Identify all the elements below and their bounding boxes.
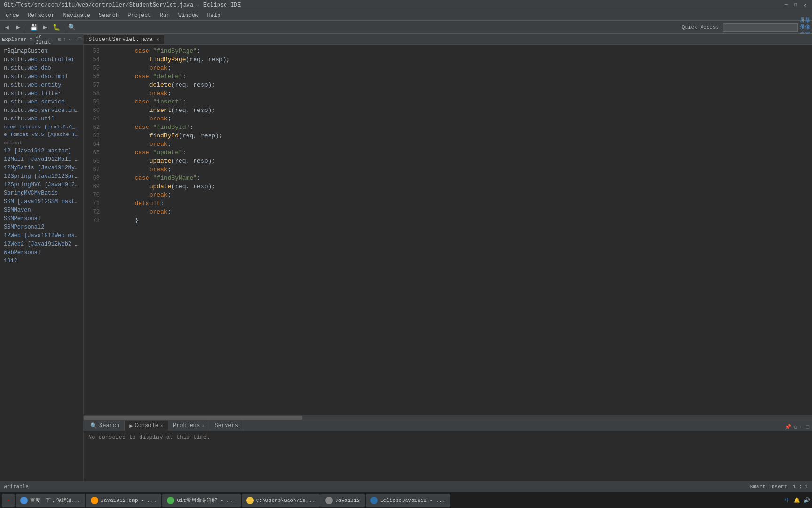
editor-tab-studentservlet[interactable]: StudentServlet.java ✕: [84, 34, 164, 44]
bottom-pin-btn[interactable]: 📌: [784, 423, 792, 431]
scroll-thumb-h[interactable]: [84, 416, 302, 420]
code-line-65: 65 case "update":: [84, 149, 812, 157]
taskbar-explorer-btn[interactable]: C:\Users\Gao\Yin...: [242, 494, 320, 507]
toolbar-forward[interactable]: ▶: [13, 22, 23, 32]
taskbar-browser-btn[interactable]: 百度一下，你就知...: [16, 494, 86, 507]
bottom-console-close[interactable]: ✕: [160, 423, 163, 429]
sidebar-menu-btn[interactable]: ▾: [68, 36, 71, 42]
sidebar-proj-ssmpersonal2[interactable]: SSMPersonal2: [0, 223, 83, 231]
sidebar-item-jre[interactable]: stem Library [jre1.8.0_162]: [0, 123, 83, 131]
status-position: 1 : 1: [793, 484, 808, 490]
bottom-tab-search[interactable]: 🔍 Search: [86, 421, 125, 431]
code-line-69: 69 update(req, resp);: [84, 183, 812, 191]
line-content-63: findById(req, resp);: [105, 132, 812, 140]
minimize-button[interactable]: ─: [783, 2, 789, 8]
menu-search[interactable]: Search: [95, 10, 123, 20]
code-line-55: 55 break;: [84, 64, 812, 72]
toolbar-search[interactable]: 🔍: [67, 22, 77, 32]
sidebar-proj-webpersonal[interactable]: WebPersonal: [0, 248, 83, 257]
code-line-58: 58 break;: [84, 89, 812, 98]
sidebar-item-controller[interactable]: n.situ.web.controller: [0, 56, 83, 64]
line-content-68: case "findByName":: [105, 174, 812, 183]
sidebar-item-service[interactable]: n.situ.web.service: [0, 98, 83, 106]
sidebar-item-dao[interactable]: n.situ.web.dao: [0, 64, 83, 72]
taskbar-eclipse-btn[interactable]: EclipseJava1912 - ...: [366, 494, 450, 507]
maximize-button[interactable]: □: [792, 2, 799, 8]
menu-help[interactable]: Help: [203, 10, 225, 20]
sidebar-link-btn[interactable]: ↕: [63, 36, 67, 42]
menu-orce[interactable]: orce: [2, 10, 23, 20]
line-num-54: 54: [84, 56, 105, 64]
bottom-tab-console[interactable]: ▶ Console ✕: [125, 421, 168, 431]
bottom-problems-close[interactable]: ✕: [202, 423, 205, 429]
tab-close-btn[interactable]: ✕: [156, 37, 159, 42]
sidebar-junit-tab[interactable]: Jr JUnit: [35, 34, 55, 45]
bottom-tab-problems[interactable]: Problems ✕: [168, 421, 210, 431]
taskbar: ✕ 百度一下，你就知... Java1912Temp - ... Git常用命令…: [0, 492, 812, 508]
tab-label: StudentServlet.java: [88, 36, 153, 43]
editor-area: StudentServlet.java ✕ 53 case "findByPag…: [84, 34, 812, 481]
taskbar-java1812-btn[interactable]: Java1812: [320, 494, 365, 507]
console-content: No consoles to display at this time.: [84, 431, 812, 481]
line-num-58: 58: [84, 89, 105, 98]
sidebar-proj-1912[interactable]: 12 [Java1912 master]: [0, 147, 83, 155]
bottom-min-btn[interactable]: ─: [799, 423, 804, 431]
close-button[interactable]: ✕: [802, 2, 808, 8]
menu-project[interactable]: Project: [124, 10, 155, 20]
taskbar-clock: 🔔 🔊: [794, 497, 810, 503]
sidebar-item-entity[interactable]: n.situ.web.entity: [0, 81, 83, 89]
menu-run[interactable]: Run: [156, 10, 174, 20]
line-num-71: 71: [84, 199, 105, 208]
taskbar-git-btn[interactable]: Git常用命令详解 - ...: [162, 494, 240, 507]
sidebar-collapse-btn[interactable]: ⊟: [58, 36, 62, 42]
editor-scrollbar-horizontal[interactable]: [84, 415, 812, 420]
sidebar-item-filter[interactable]: n.situ.web.filter: [0, 89, 83, 98]
sidebar-max-btn[interactable]: □: [78, 36, 81, 42]
sidebar-proj-springmvc[interactable]: 12SpringMVC [Java1912SpringMVC m...: [0, 181, 83, 189]
toolbar-run[interactable]: ▶: [40, 22, 50, 32]
code-line-66: 66 update(req, resp);: [84, 157, 812, 166]
taskbar-close-btn[interactable]: ✕: [2, 494, 15, 507]
sidebar-item-tomcat[interactable]: e Tomcat v8.5 [Apache Tomcat v8.5]: [0, 131, 83, 138]
menu-refactor[interactable]: Refactor: [24, 10, 59, 20]
line-content-71: default:: [105, 199, 812, 208]
sidebar-item-dao-impl[interactable]: n.situ.web.dao.impl: [0, 72, 83, 81]
sidebar-proj-1912b[interactable]: 1912: [0, 257, 83, 265]
line-num-65: 65: [84, 149, 105, 157]
sidebar-item-util[interactable]: n.situ.web.util: [0, 115, 83, 123]
sidebar-proj-mall[interactable]: 12Mall [Java1912Mall master]: [0, 155, 83, 164]
taskbar-close-icon: ✕: [7, 497, 10, 503]
code-line-57: 57 delete(req, resp);: [84, 81, 812, 89]
bottom-tab-servers[interactable]: Servers: [210, 421, 243, 431]
sidebar-proj-ssmmaven[interactable]: SSMMaven: [0, 206, 83, 214]
line-content-53: case "findByPage":: [105, 47, 812, 56]
sidebar-proj-mybatis[interactable]: 12MyBatis [Java1912MyBatis master]: [0, 164, 83, 172]
sidebar-min-btn[interactable]: ─: [73, 36, 77, 42]
sidebar-project-root[interactable]: rSqlmapCustom: [0, 47, 83, 56]
sidebar-proj-web2[interactable]: 12Web2 [Java1912Web2 master]: [0, 240, 83, 248]
toolbar-chinese[interactable]: 屏幕录像专家: [800, 22, 810, 32]
taskbar-explorer-icon: [246, 497, 254, 504]
sidebar-item-service-impl[interactable]: n.situ.web.service.impl: [0, 106, 83, 115]
code-editor[interactable]: 53 case "findByPage": 54 findByPage(req,…: [84, 45, 812, 415]
line-num-66: 66: [84, 157, 105, 166]
line-content-60: insert(req, resp);: [105, 106, 812, 115]
bottom-layout-btn[interactable]: ⊟: [793, 423, 798, 431]
menu-navigate[interactable]: Navigate: [59, 10, 94, 20]
toolbar-back[interactable]: ◀: [2, 22, 12, 32]
sidebar-proj-web[interactable]: 12Web [Java1912Web master]: [0, 231, 83, 240]
sidebar-explorer-tab[interactable]: Explorer: [2, 37, 27, 42]
taskbar-java1912temp-btn[interactable]: Java1912Temp - ...: [86, 494, 161, 507]
sidebar-proj-springmvcmybatis[interactable]: SpringMVCMyBatis: [0, 189, 83, 198]
toolbar-save[interactable]: 💾: [29, 22, 39, 32]
toolbar-debug[interactable]: 🐛: [51, 22, 62, 32]
bottom-max-btn[interactable]: □: [805, 423, 810, 431]
quick-access-input[interactable]: [723, 23, 798, 32]
taskbar-git-label: Git常用命令详解 - ...: [177, 497, 235, 504]
title-bar: Git/Test/src/com/situ/web/controller/Stu…: [0, 0, 812, 10]
sidebar-proj-ssmpersonal[interactable]: SSMPersonal: [0, 214, 83, 223]
sidebar-proj-ssm[interactable]: SSM [Java1912SSM master]: [0, 198, 83, 206]
menu-window[interactable]: Window: [174, 10, 202, 20]
sidebar-proj-spring[interactable]: 12Spring [Java1912Spring master]: [0, 172, 83, 181]
status-bar: Writable Smart Insert 1 : 1: [0, 481, 812, 492]
